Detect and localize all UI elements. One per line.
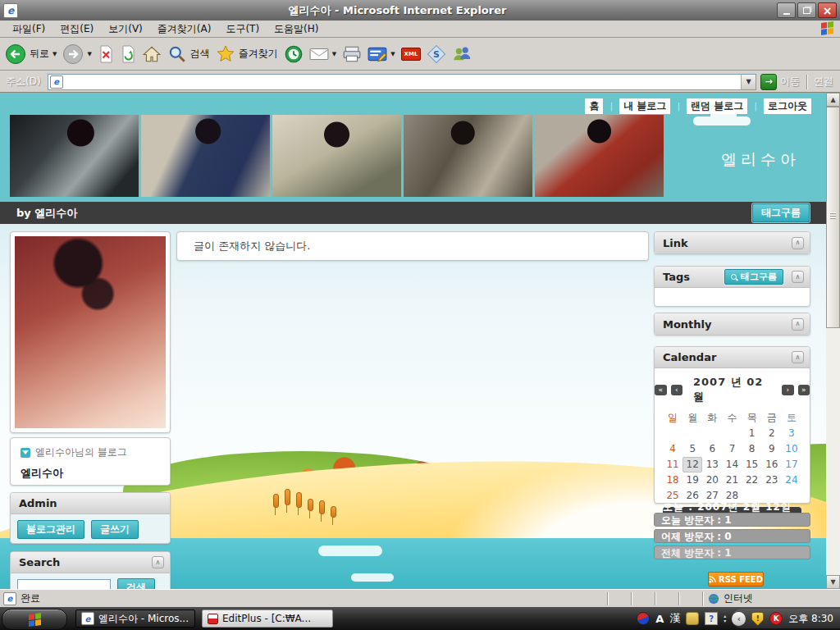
- address-input[interactable]: [63, 75, 741, 89]
- header-photo-2: [141, 115, 270, 197]
- scroll-up-button[interactable]: ▲: [826, 93, 840, 107]
- menu-edit[interactable]: 편집(E): [52, 21, 101, 38]
- search-button[interactable]: 검색: [167, 44, 210, 64]
- menu-favorites[interactable]: 즐겨찾기(A): [150, 21, 219, 38]
- address-field[interactable]: ▼: [48, 74, 756, 90]
- calendar-today-cell: 12: [682, 457, 702, 472]
- status-page-icon: [3, 592, 16, 605]
- start-button[interactable]: [2, 609, 67, 630]
- blog-manage-button[interactable]: 블로그관리: [17, 520, 84, 539]
- ime-help-icon[interactable]: [705, 612, 718, 625]
- header-photo-3: [272, 115, 401, 197]
- ie-icon: [3, 3, 18, 18]
- ime-english-indicator[interactable]: A: [655, 613, 664, 625]
- ime-hanja-indicator[interactable]: 漢: [669, 611, 680, 626]
- byline-text: by 엘리수아: [16, 206, 752, 221]
- header-photo-strip: [10, 115, 664, 197]
- vertical-scrollbar[interactable]: ▲ ▼: [826, 93, 840, 589]
- edit-dropdown-icon[interactable]: ▼: [390, 51, 395, 57]
- today-visitors: 오늘 방문자 : 1: [654, 513, 810, 527]
- prev-month-button[interactable]: ‹: [671, 385, 683, 395]
- scroll-down-button[interactable]: ▼: [826, 575, 840, 589]
- address-dropdown-icon[interactable]: ▼: [741, 75, 756, 89]
- korean-ime-icon[interactable]: [637, 612, 650, 625]
- next-year-button[interactable]: »: [798, 385, 810, 395]
- mail-dropdown-icon[interactable]: ▼: [332, 51, 336, 57]
- refresh-button[interactable]: [120, 44, 136, 64]
- forward-dropdown-icon[interactable]: ▼: [87, 51, 91, 57]
- taskbar-item-ie[interactable]: 엘리수아 - Micros...: [75, 609, 195, 628]
- admin-section: Admin 블로그관리 글쓰기: [10, 492, 171, 544]
- nav-myblog-link[interactable]: 내 블로그: [619, 98, 670, 114]
- tags-tagcloud-button[interactable]: 태그구름: [724, 269, 783, 285]
- collapse-icon[interactable]: ∧: [792, 318, 804, 331]
- nav-home-link[interactable]: 홈: [585, 98, 603, 114]
- links-toolbar-label[interactable]: 연결: [814, 75, 837, 89]
- scrollbar-thumb[interactable]: [826, 107, 840, 328]
- mail-button[interactable]: ▼: [309, 47, 336, 62]
- restore-button[interactable]: [797, 2, 816, 18]
- tags-title: Tags: [663, 271, 724, 283]
- ime-toolbar-icon[interactable]: [686, 612, 699, 625]
- divider: [806, 75, 807, 89]
- forward-button[interactable]: ▼: [62, 43, 91, 65]
- search-submit-button[interactable]: 검색: [117, 578, 155, 589]
- hide-tray-icons-button[interactable]: [732, 612, 746, 626]
- link-section: Link ∧: [654, 231, 810, 254]
- menu-file[interactable]: 파일(F): [5, 21, 52, 38]
- rss-icon: [709, 576, 716, 583]
- rss-feed-button[interactable]: RSS FEED: [708, 572, 764, 587]
- close-button[interactable]: [818, 2, 837, 18]
- taskbar-item-editplus[interactable]: EditPlus - [C:₩A...: [202, 609, 333, 628]
- blog-bullet-icon: [21, 448, 30, 458]
- collapse-icon[interactable]: ∧: [792, 351, 804, 363]
- cloud-decoration: [318, 546, 382, 556]
- tray-app-icon[interactable]: [769, 612, 783, 625]
- collapse-icon[interactable]: ∧: [792, 237, 804, 249]
- prev-year-button[interactable]: «: [655, 385, 667, 395]
- calendar-section: Calendar ∧ « ‹ 2007 년 02 월 › » 일월 화수 목금 …: [654, 346, 810, 504]
- back-icon: [5, 43, 26, 65]
- calendar-day-headers: 일월 화수 목금 토: [655, 410, 810, 426]
- stop-button[interactable]: [98, 44, 114, 64]
- menu-view[interactable]: 보기(V): [101, 21, 150, 38]
- blog-s-button[interactable]: S: [427, 44, 446, 64]
- title-bar: 엘리수아 - Microsoft Internet Explorer: [0, 0, 840, 21]
- visitor-stats: 오늘 방문자 : 1 어제 방문자 : 0 전체 방문자 : 1: [654, 513, 810, 562]
- collapse-icon[interactable]: ∧: [152, 556, 164, 568]
- home-button[interactable]: [142, 45, 162, 63]
- print-button[interactable]: [342, 46, 362, 62]
- home-icon: [142, 45, 162, 63]
- search-input[interactable]: [17, 579, 111, 590]
- minimize-button[interactable]: [777, 2, 796, 18]
- ime-options-icon[interactable]: ▴▾: [724, 614, 726, 623]
- search-section: Search ∧ 검색: [10, 551, 171, 589]
- refresh-icon: [120, 44, 136, 64]
- collapse-icon[interactable]: ∧: [792, 271, 804, 283]
- next-month-button[interactable]: ›: [782, 385, 794, 395]
- history-button[interactable]: [284, 44, 304, 64]
- blog-name: 엘리수아님의 블로그: [35, 445, 127, 459]
- messenger-button[interactable]: [452, 44, 472, 64]
- security-shield-icon[interactable]: [751, 612, 764, 626]
- address-label: 주소(D): [3, 75, 43, 89]
- edit-icon: [368, 46, 387, 62]
- write-post-button[interactable]: 글쓰기: [91, 520, 139, 539]
- nav-logout-link[interactable]: 로그아웃: [764, 98, 811, 114]
- back-button[interactable]: 뒤로 ▼: [5, 43, 57, 65]
- history-icon: [284, 44, 304, 64]
- status-pane: [607, 592, 631, 605]
- header-photo-5: [535, 115, 664, 197]
- menu-help[interactable]: 도움말(H): [267, 21, 326, 38]
- profile-photo: [15, 236, 166, 428]
- link-title: Link: [663, 237, 792, 249]
- favorites-button[interactable]: 즐겨찾기: [216, 44, 278, 64]
- calendar-week-4: 1819 2021 2223 24: [655, 472, 810, 488]
- menu-tools[interactable]: 도구(T): [218, 21, 267, 38]
- edit-button[interactable]: ▼: [368, 46, 395, 62]
- tagcloud-button[interactable]: 태그구름: [752, 203, 810, 222]
- back-dropdown-icon[interactable]: ▼: [52, 51, 57, 57]
- xml-button[interactable]: XML: [401, 48, 422, 61]
- nav-randomblog-link[interactable]: 랜덤 블로그: [687, 98, 747, 114]
- go-button[interactable]: → 이동: [760, 74, 800, 90]
